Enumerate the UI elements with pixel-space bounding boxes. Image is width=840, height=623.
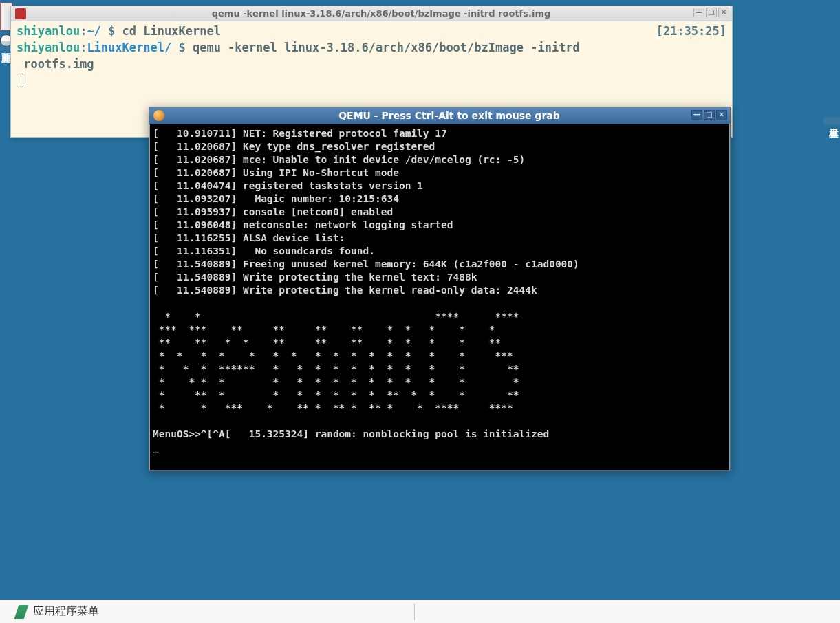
minimize-button[interactable]: — [693, 8, 704, 17]
panel-divider [414, 604, 415, 620]
command-1: cd LinuxKernel [122, 24, 221, 38]
show-toolbar-tab[interactable]: 显示工具栏 [823, 117, 840, 125]
terminal-app-icon [15, 8, 26, 19]
terminal-cursor [17, 74, 23, 87]
applications-menu-label[interactable]: 应用程序菜单 [33, 604, 99, 619]
maximize-button[interactable]: □ [706, 8, 717, 17]
terminal-title: qemu -kernel linux-3.18.6/arch/x86/boot/… [30, 8, 732, 19]
qemu-window: QEMU - Press Ctrl-Alt to exit mouse grab… [149, 107, 731, 471]
prompt-path: ~/ [87, 24, 100, 38]
timestamp: [21:35:25] [656, 23, 726, 39]
qemu-console[interactable]: [ 10.910711] NET: Registered protocol fa… [149, 124, 730, 470]
maximize-button[interactable]: □ [704, 110, 715, 120]
minimize-button[interactable]: — [691, 110, 702, 120]
applications-menu-icon[interactable] [14, 605, 28, 619]
prompt-path: LinuxKernel/ [87, 41, 171, 54]
taskbar[interactable]: 应用程序菜单 [0, 600, 840, 623]
close-button[interactable]: ✕ [716, 110, 727, 120]
terminal-titlebar[interactable]: qemu -kernel linux-3.18.6/arch/x86/boot/… [11, 6, 732, 21]
qemu-title: QEMU - Press Ctrl-Alt to exit mouse grab [169, 110, 730, 121]
qemu-app-icon [153, 110, 164, 121]
prompt-user: shiyanlou [17, 24, 80, 38]
prompt-user: shiyanlou [17, 41, 80, 54]
close-button[interactable]: ✕ [718, 8, 729, 17]
qemu-titlebar[interactable]: QEMU - Press Ctrl-Alt to exit mouse grab… [149, 107, 730, 124]
